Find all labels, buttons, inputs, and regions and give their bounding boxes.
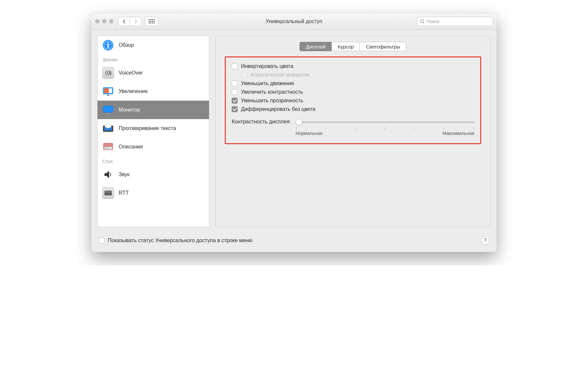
check-invert-colors[interactable]: Инвертировать цвета	[232, 63, 474, 69]
svg-point-7	[107, 72, 108, 74]
zoom-window-icon[interactable]	[109, 19, 113, 23]
checkbox-label: Инвертировать цвета	[241, 63, 293, 69]
speaker-icon	[102, 169, 114, 180]
svg-rect-10	[104, 88, 109, 93]
checkbox-icon[interactable]	[232, 89, 238, 95]
preferences-window: Универсальный доступ Обзор Зрение VoiceO…	[91, 13, 497, 252]
descriptions-icon	[102, 141, 114, 153]
check-classic-invert: Классическая инверсия	[242, 72, 474, 78]
slider-labels: Нормальная Максимальная	[296, 131, 474, 136]
help-button[interactable]: ?	[481, 236, 489, 245]
svg-point-5	[107, 42, 109, 44]
back-button[interactable]	[118, 17, 130, 26]
checkbox-icon[interactable]	[232, 98, 238, 104]
checkbox-icon	[242, 72, 248, 78]
footer-label: Показывать статус Универсального доступа…	[108, 238, 252, 243]
sidebar-item-label: Монитор	[119, 107, 140, 113]
svg-rect-12	[103, 106, 113, 113]
body-area: Обзор Зрение VoiceOver Увеличение Монито…	[91, 30, 497, 233]
minimize-window-icon[interactable]	[102, 19, 106, 23]
sidebar-item-label: Описания	[119, 144, 143, 150]
svg-point-26	[107, 194, 107, 194]
zoom-icon	[102, 85, 114, 97]
sidebar-item-display[interactable]: Монитор	[98, 101, 209, 119]
sidebar: Обзор Зрение VoiceOver Увеличение Монито…	[97, 36, 209, 227]
checkbox-label: Уменьшить движение	[241, 81, 294, 86]
footer: Показывать статус Универсального доступа…	[91, 233, 497, 252]
slider-wrap: Нормальная Максимальная	[296, 119, 474, 136]
sidebar-item-label: VoiceOver	[119, 70, 143, 76]
checkbox-icon[interactable]	[232, 81, 238, 86]
display-contrast-slider-row: Контрастность дисплея: Нормальная Максим…	[232, 119, 474, 136]
sidebar-item-label: Звук	[119, 172, 130, 178]
svg-point-21	[107, 148, 108, 149]
checkbox-label: Дифференцировать без цвета	[241, 106, 315, 112]
forward-button[interactable]	[130, 17, 142, 26]
voiceover-icon	[102, 67, 114, 79]
tab-display[interactable]: Дисплей	[300, 42, 332, 51]
close-window-icon[interactable]	[95, 19, 100, 23]
svg-rect-11	[107, 95, 109, 96]
sidebar-item-voiceover[interactable]: VoiceOver	[98, 64, 209, 82]
sidebar-item-audio[interactable]: Звук	[98, 165, 209, 184]
accessibility-icon	[102, 39, 114, 51]
contrast-slider[interactable]	[296, 121, 474, 123]
checkbox-label: Увеличить контрастность	[241, 89, 303, 95]
main-panel: Дисплей Курсор Светофильтры Инвертироват…	[215, 36, 491, 227]
sidebar-item-speech[interactable]: Проговаривание текста	[98, 119, 209, 138]
checkbox-icon[interactable]	[232, 63, 238, 69]
titlebar: Универсальный доступ	[91, 13, 497, 30]
search-box[interactable]	[417, 17, 493, 26]
slider-thumb[interactable]	[296, 119, 302, 125]
svg-line-1	[423, 22, 425, 23]
svg-point-25	[105, 194, 106, 194]
checkbox-icon[interactable]	[232, 106, 238, 112]
checkbox-label: Классическая инверсия	[251, 72, 309, 78]
search-input[interactable]	[426, 19, 490, 24]
help-icon: ?	[484, 238, 487, 243]
nav-buttons	[118, 17, 142, 26]
tab-cursor[interactable]: Курсор	[332, 42, 360, 51]
traffic-lights	[95, 19, 113, 23]
speech-icon	[102, 122, 114, 134]
check-reduce-transparency[interactable]: Уменьшить прозрачность	[232, 98, 474, 104]
sidebar-item-zoom[interactable]: Увеличение	[98, 82, 209, 101]
sidebar-section-vision: Зрение	[98, 54, 209, 64]
chevron-left-icon	[123, 19, 126, 23]
sidebar-item-label: Проговаривание текста	[119, 125, 176, 131]
checkbox-label: Уменьшить прозрачность	[241, 98, 303, 104]
grid-icon	[149, 19, 155, 23]
svg-point-27	[108, 194, 109, 194]
tab-colorfilters[interactable]: Светофильтры	[360, 42, 406, 51]
slider-max-label: Максимальная	[442, 131, 474, 136]
slider-ticks	[296, 127, 474, 129]
svg-point-22	[109, 148, 110, 149]
svg-point-20	[105, 148, 106, 149]
tabs: Дисплей Курсор Светофильтры	[225, 42, 481, 51]
sidebar-section-hearing: Слух	[98, 156, 209, 165]
highlighted-region: Инвертировать цвета Классическая инверси…	[225, 56, 481, 144]
svg-point-28	[109, 194, 110, 194]
check-differentiate-without-color[interactable]: Дифференцировать без цвета	[232, 106, 474, 112]
svg-rect-24	[105, 191, 111, 193]
sidebar-item-overview[interactable]: Обзор	[98, 36, 209, 54]
checkbox-icon[interactable]	[99, 238, 104, 243]
slider-min-label: Нормальная	[296, 131, 323, 136]
show-all-button[interactable]	[145, 17, 158, 26]
svg-rect-13	[107, 113, 109, 114]
search-icon	[420, 19, 425, 24]
rtt-icon	[102, 187, 114, 199]
sidebar-item-rtt[interactable]: RTT	[98, 184, 209, 202]
sidebar-item-label: RTT	[119, 190, 129, 196]
check-increase-contrast[interactable]: Увеличить контрастность	[232, 89, 474, 95]
display-icon	[102, 104, 114, 116]
sidebar-item-label: Увеличение	[119, 88, 148, 94]
sidebar-item-descriptions[interactable]: Описания	[98, 138, 209, 156]
svg-point-16	[105, 124, 111, 128]
check-reduce-motion[interactable]: Уменьшить движение	[232, 81, 474, 86]
sidebar-item-label: Обзор	[119, 42, 134, 48]
chevron-right-icon	[134, 19, 137, 23]
slider-label: Контрастность дисплея:	[232, 119, 291, 125]
